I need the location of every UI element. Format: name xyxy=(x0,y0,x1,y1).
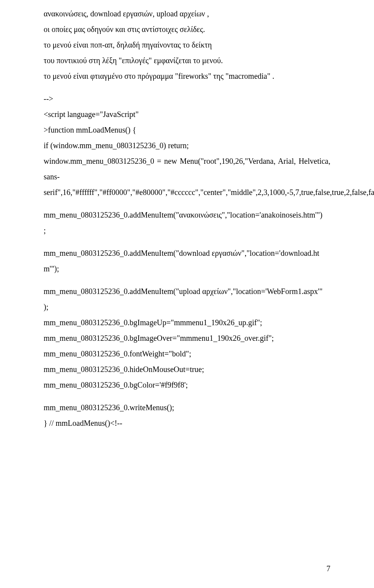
page-number: 7 xyxy=(326,565,330,572)
code-line: mm_menu_0803125236_0.bgImageUp="mmmenu1_… xyxy=(44,315,330,330)
code-block-additem3: mm_menu_0803125236_0.addMenuItem("upload… xyxy=(44,283,330,393)
code-line: ; xyxy=(44,223,330,238)
code-line: mm_menu_0803125236_0.hideOnMouseOut=true… xyxy=(44,361,330,377)
code-block-start: --> <script language="JavaScript" >funct… xyxy=(44,91,330,200)
code-line: mm_menu_0803125236_0.fontWeight="bold"; xyxy=(44,346,330,361)
code-line: mm_menu_0803125236_0.addMenuItem("ανακοι… xyxy=(44,207,330,223)
code-line: m'"); xyxy=(44,261,330,276)
code-line: ); xyxy=(44,299,330,315)
text-line: το μενού είναι ποπ-απ, δηλαδή πηγαίνοντα… xyxy=(44,37,330,53)
code-block-additem2: mm_menu_0803125236_0.addMenuItem("downlo… xyxy=(44,245,330,276)
text-line: του ποντικιού στη λέξη "επιλογές" εμφανί… xyxy=(44,53,330,68)
code-line: mm_menu_0803125236_0.addMenuItem("upload… xyxy=(44,283,330,299)
code-block-end: mm_menu_0803125236_0.writeMenus(); } // … xyxy=(44,400,330,431)
document-page: ανακοινώσεις, download εργασιών, upload … xyxy=(0,0,374,588)
code-line: mm_menu_0803125236_0.bgColor='#f9f9f8'; xyxy=(44,377,330,393)
code-line: if (window.mm_menu_0803125236_0) return; xyxy=(44,138,330,153)
code-line: >function mmLoadMenus() { xyxy=(44,122,330,138)
code-line: window.mm_menu_0803125236_0 = new Menu("… xyxy=(44,153,330,184)
intro-paragraph: ανακοινώσεις, download εργασιών, upload … xyxy=(44,6,330,84)
code-line: <script language="JavaScript" xyxy=(44,106,330,122)
text-line: οι οποίες μας οδηγούν και στις αντίστοιχ… xyxy=(44,21,330,37)
text-line: το μενού είναι φτιαγμένο στο πρόγραμμα "… xyxy=(44,68,330,84)
code-line: --> xyxy=(44,91,330,106)
code-block-additem1: mm_menu_0803125236_0.addMenuItem("ανακοι… xyxy=(44,207,330,238)
code-line: mm_menu_0803125236_0.bgImageOver="mmmenu… xyxy=(44,330,330,346)
code-line: } // mmLoadMenus()<!-- xyxy=(44,415,330,431)
code-line: mm_menu_0803125236_0.writeMenus(); xyxy=(44,400,330,415)
code-line: serif",16,"#ffffff","#ff0000","#e80000",… xyxy=(44,184,330,200)
code-line: mm_menu_0803125236_0.addMenuItem("downlo… xyxy=(44,245,330,261)
text-line: ανακοινώσεις, download εργασιών, upload … xyxy=(44,6,330,21)
